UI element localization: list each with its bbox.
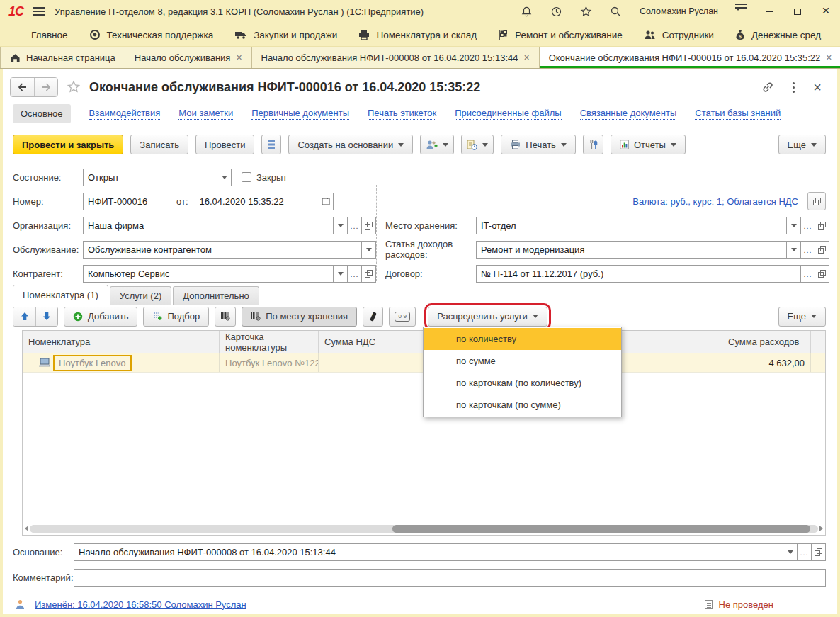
cell-card[interactable]: Ноутбук Lenovo №122: [220, 353, 319, 372]
notifications-bell-icon[interactable]: [521, 5, 533, 18]
by-storage-toggle-button[interactable]: По месту хранения: [242, 307, 357, 327]
dropdown-icon[interactable]: [361, 241, 376, 259]
tab-services[interactable]: Услуги (2): [110, 286, 171, 305]
document-structure-button[interactable]: [261, 135, 281, 154]
scroll-left-icon[interactable]: [25, 526, 28, 531]
close-tab-icon[interactable]: [236, 52, 242, 63]
table-more-button[interactable]: Еще: [778, 307, 826, 327]
tab-additional[interactable]: Дополнительно: [173, 286, 259, 305]
navlink-kb-articles[interactable]: Статьи базы знаний: [695, 108, 781, 120]
open-icon[interactable]: [811, 543, 826, 561]
close-tab-icon[interactable]: [523, 52, 529, 63]
state-select[interactable]: Открыт: [83, 169, 232, 186]
open-icon[interactable]: [815, 241, 829, 259]
organization-input[interactable]: Наша фирма: [83, 217, 376, 234]
currency-settings-link[interactable]: Валюта: руб., курс: 1; Облагается НДС: [632, 196, 798, 207]
service-menu-icon[interactable]: [735, 1, 747, 21]
horizontal-scrollbar[interactable]: [23, 523, 825, 533]
dropdown-icon[interactable]: [333, 217, 348, 234]
post-button[interactable]: Провести: [195, 135, 255, 154]
navlink-primary-docs[interactable]: Первичные документы: [251, 108, 349, 120]
section-repair[interactable]: Ремонт и обслуживание: [498, 30, 623, 40]
close-form-button[interactable]: [813, 79, 822, 96]
section-tech-support[interactable]: Техническая поддержка: [89, 29, 214, 40]
dropdown-icon[interactable]: [333, 265, 348, 283]
move-down-button[interactable]: [35, 307, 57, 326]
back-button[interactable]: [11, 78, 34, 96]
maximize-button[interactable]: [792, 6, 803, 17]
dropdown-icon[interactable]: [786, 217, 801, 234]
close-window-button[interactable]: [820, 6, 832, 17]
navlink-related-docs[interactable]: Связанные документы: [580, 108, 677, 120]
tab-service-end-doc[interactable]: Окончание обслуживания НФИТ-000016 от 16…: [540, 47, 840, 68]
section-purchases[interactable]: Закупки и продажи: [234, 30, 337, 40]
post-and-close-button[interactable]: Провести и закрыть: [13, 135, 123, 154]
choose-icon[interactable]: [347, 265, 362, 283]
navlink-interactions[interactable]: Взаимодействия: [89, 108, 161, 120]
forward-button[interactable]: [34, 78, 57, 96]
contragent-input[interactable]: Компьютер Сервис: [83, 265, 376, 283]
menu-item-by-quantity[interactable]: по количеству: [424, 328, 621, 350]
minimize-button[interactable]: [764, 6, 775, 17]
navlink-main[interactable]: Основное: [13, 104, 71, 123]
section-main[interactable]: Главное: [31, 30, 68, 40]
contract-input[interactable]: № П-114 от 11.12.2017 (руб.): [476, 265, 829, 283]
move-up-button[interactable]: [13, 307, 35, 326]
cell-expenses[interactable]: 4 632,00: [722, 353, 811, 372]
basis-input[interactable]: Начало обслуживания НФИТ-000008 от 16.04…: [74, 543, 826, 561]
close-tab-icon[interactable]: [826, 52, 832, 63]
tab-service-start-doc[interactable]: Начало обслуживания НФИТ-000008 от 16.04…: [252, 47, 540, 68]
history-icon[interactable]: [550, 5, 563, 18]
number-input[interactable]: НФИТ-000016: [83, 193, 166, 210]
open-icon[interactable]: [361, 265, 376, 283]
calendar-icon[interactable]: [319, 193, 334, 210]
col-expenses[interactable]: Сумма расходов: [722, 331, 811, 353]
selected-cell[interactable]: Ноутбук Lenovo: [53, 355, 132, 371]
create-based-on-button[interactable]: Создать на основании: [288, 135, 413, 154]
serial-numbers-button[interactable]: [389, 307, 416, 327]
dropdown-icon[interactable]: [783, 543, 798, 561]
section-money[interactable]: $ Денежные сред: [735, 30, 821, 40]
distribute-services-button[interactable]: Распределить услуги: [428, 307, 547, 327]
menu-item-by-cards-sum[interactable]: по карточкам (по сумме): [424, 394, 621, 416]
section-staff[interactable]: Сотрудники: [644, 30, 714, 40]
col-nomenclature[interactable]: Номенклатура: [23, 331, 220, 353]
open-currency-button[interactable]: [807, 192, 826, 210]
print-button[interactable]: Печать: [501, 135, 576, 154]
col-card[interactable]: Карточка номенклатуры: [220, 331, 319, 353]
data-terminal-button[interactable]: [363, 307, 383, 327]
comment-input[interactable]: [74, 569, 826, 587]
scrollbar-thumb[interactable]: [392, 525, 810, 533]
section-warehouse[interactable]: Номенклатура и склад: [358, 30, 477, 40]
main-menu-icon[interactable]: [33, 5, 45, 18]
dropdown-icon[interactable]: [786, 241, 801, 259]
cell-vat[interactable]: [319, 353, 426, 372]
barcode-scan-button[interactable]: [215, 307, 236, 327]
more-actions-icon[interactable]: [793, 86, 795, 89]
open-icon[interactable]: [815, 217, 829, 234]
tab-nomenclature[interactable]: Номенклатура (1): [13, 285, 108, 305]
choose-icon[interactable]: [800, 217, 815, 234]
favorite-star-icon[interactable]: [67, 80, 81, 94]
open-icon[interactable]: [361, 217, 376, 234]
scroll-right-icon[interactable]: [819, 526, 823, 531]
navlink-label-print[interactable]: Печать этикеток: [368, 108, 436, 120]
get-link-icon[interactable]: [761, 81, 774, 94]
navlink-my-notes[interactable]: Мои заметки: [178, 108, 233, 120]
expense-item-input[interactable]: Ремонт и модернизация: [476, 241, 829, 259]
add-row-button[interactable]: Добавить: [64, 307, 137, 327]
current-user[interactable]: Соломахин Руслан: [640, 6, 718, 16]
date-input[interactable]: 16.04.2020 15:35:22: [195, 193, 334, 210]
open-icon[interactable]: [815, 265, 829, 283]
assign-responsible-button[interactable]: [420, 135, 454, 154]
deadline-button[interactable]: [461, 135, 494, 154]
navlink-attached-files[interactable]: Присоединенные файлы: [455, 108, 562, 120]
tab-home[interactable]: Начальная страница: [0, 47, 125, 68]
save-button[interactable]: Записать: [130, 135, 188, 154]
choose-icon[interactable]: [347, 217, 362, 234]
reports-button[interactable]: Отчеты: [611, 135, 686, 154]
tab-service-start[interactable]: Начало обслуживания: [125, 47, 252, 68]
choose-icon[interactable]: [800, 241, 815, 259]
search-icon[interactable]: [610, 5, 623, 18]
favorites-star-icon[interactable]: [580, 5, 593, 18]
